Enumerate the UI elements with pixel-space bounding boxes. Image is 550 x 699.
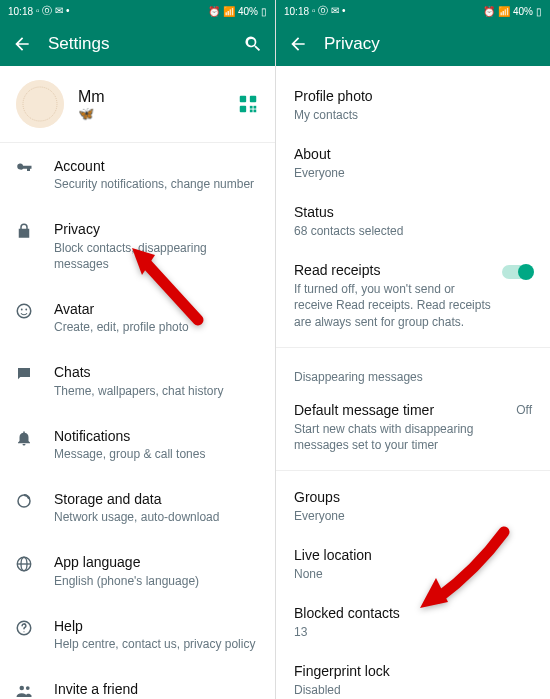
settings-item-notifications[interactable]: Notifications Message, group & call tone… [0,413,275,476]
settings-item-title: Notifications [54,427,259,445]
svg-point-9 [17,304,31,318]
privacy-item-sub: None [294,566,532,582]
section-header-disappearing: Disappearing messages [276,354,550,390]
bell-icon [14,427,34,447]
privacy-item-sub: Disabled [294,682,532,698]
privacy-item-title: Default message timer [294,401,508,420]
app-bar: Privacy [276,22,550,66]
svg-point-16 [23,631,24,632]
app-bar-title: Settings [48,34,227,54]
status-bar: 10:18 ▫ ⓞ ✉ • ⏰ 📶 40% ▯ [0,0,275,22]
status-battery-icon: ▯ [261,6,267,17]
svg-point-11 [25,309,27,311]
status-signal-icon: 📶 [498,6,510,17]
privacy-item-timer[interactable]: Default message timer Start new chats wi… [276,390,550,464]
privacy-item-title: Live location [294,546,532,565]
status-time: 10:18 [284,6,309,17]
profile-section[interactable]: Mm 🦋 [0,66,275,143]
svg-rect-6 [254,106,257,109]
privacy-item-title: Read receipts [294,261,492,280]
svg-point-10 [21,309,23,311]
app-bar-title: Privacy [324,34,538,54]
privacy-item-sub: Start new chats with disappearing messag… [294,421,508,453]
profile-status: 🦋 [78,106,223,121]
settings-item-sub: English (phone's language) [54,573,259,589]
lock-icon [14,220,34,240]
privacy-item-profile-photo[interactable]: Profile photo My contacts [276,76,550,134]
settings-item-sub: Network usage, auto-download [54,509,259,525]
privacy-item-about[interactable]: About Everyone [276,134,550,192]
privacy-item-status[interactable]: Status 68 contacts selected [276,192,550,250]
privacy-item-sub: My contacts [294,107,532,123]
privacy-item-sub: If turned off, you won't send or receive… [294,281,492,330]
settings-item-title: Chats [54,363,259,381]
settings-item-title: Storage and data [54,490,259,508]
status-icons-left: ▫ ⓞ ✉ • [36,4,69,18]
status-icons-left: ▫ ⓞ ✉ • [312,4,345,18]
settings-item-invite[interactable]: Invite a friend [0,666,275,699]
privacy-item-title: Groups [294,488,532,507]
privacy-item-sub: 13 [294,624,532,640]
app-bar: Settings [0,22,275,66]
privacy-item-title: Profile photo [294,87,532,106]
settings-item-title: Privacy [54,220,259,238]
svg-rect-7 [250,110,253,113]
privacy-item-live-location[interactable]: Live location None [276,535,550,593]
profile-name: Mm [78,88,223,106]
privacy-item-title: Blocked contacts [294,604,532,623]
data-icon [14,490,34,510]
privacy-item-sub: 68 contacts selected [294,223,532,239]
settings-item-sub: Create, edit, profile photo [54,319,259,335]
svg-rect-2 [240,96,246,102]
settings-item-chats[interactable]: Chats Theme, wallpapers, chat history [0,349,275,412]
svg-rect-5 [250,106,253,109]
privacy-item-read-receipts[interactable]: Read receipts If turned off, you won't s… [276,250,550,340]
privacy-item-sub: Everyone [294,165,532,181]
svg-point-18 [26,686,30,690]
settings-item-title: Help [54,617,259,635]
face-icon [14,300,34,320]
chat-icon [14,363,34,383]
privacy-screen: 10:18 ▫ ⓞ ✉ • ⏰ 📶 40% ▯ Privacy Profile … [275,0,550,699]
settings-item-help[interactable]: Help Help centre, contact us, privacy po… [0,603,275,666]
privacy-item-value: Off [516,401,532,417]
privacy-item-fingerprint[interactable]: Fingerprint lock Disabled [276,651,550,699]
help-icon [14,617,34,637]
settings-item-sub: Security notifications, change number [54,176,259,192]
globe-icon [14,553,34,573]
avatar [16,80,64,128]
privacy-item-title: Fingerprint lock [294,662,532,681]
status-battery-icon: ▯ [536,6,542,17]
settings-item-sub: Help centre, contact us, privacy policy [54,636,259,652]
key-icon [14,157,34,177]
privacy-item-title: Status [294,203,532,222]
settings-item-sub: Block contacts, disappearing messages [54,240,259,272]
settings-item-title: Invite a friend [54,680,259,698]
settings-item-privacy[interactable]: Privacy Block contacts, disappearing mes… [0,206,275,286]
settings-item-avatar[interactable]: Avatar Create, edit, profile photo [0,286,275,349]
qr-icon[interactable] [237,93,259,115]
settings-screen: 10:18 ▫ ⓞ ✉ • ⏰ 📶 40% ▯ Settings Mm 🦋 [0,0,275,699]
privacy-list: Profile photo My contacts About Everyone… [276,66,550,699]
settings-item-language[interactable]: App language English (phone's language) [0,539,275,602]
status-alarm-icon: ⏰ [208,6,220,17]
back-icon[interactable] [288,34,308,54]
people-icon [14,680,34,699]
search-icon[interactable] [243,34,263,54]
privacy-item-groups[interactable]: Groups Everyone [276,477,550,535]
divider [276,347,550,348]
status-signal-icon: 📶 [223,6,235,17]
svg-point-17 [20,686,25,691]
svg-rect-3 [250,96,256,102]
back-icon[interactable] [12,34,32,54]
settings-item-sub: Theme, wallpapers, chat history [54,383,259,399]
settings-list: Account Security notifications, change n… [0,143,275,699]
privacy-item-title: About [294,145,532,164]
settings-item-storage[interactable]: Storage and data Network usage, auto-dow… [0,476,275,539]
settings-item-title: Account [54,157,259,175]
svg-rect-8 [254,110,257,113]
toggle-switch[interactable] [502,265,532,279]
settings-item-account[interactable]: Account Security notifications, change n… [0,143,275,206]
privacy-item-blocked[interactable]: Blocked contacts 13 [276,593,550,651]
status-bar: 10:18 ▫ ⓞ ✉ • ⏰ 📶 40% ▯ [276,0,550,22]
